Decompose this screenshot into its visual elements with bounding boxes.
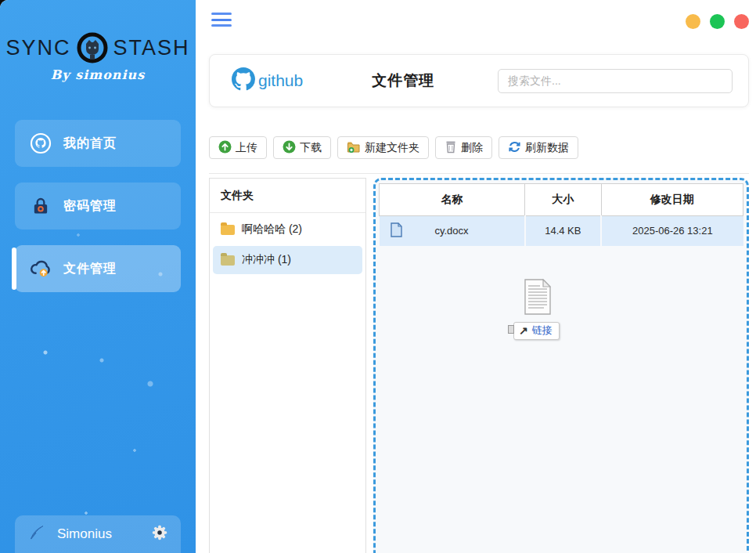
link-label: 链接 <box>532 323 553 338</box>
folder-item-selected[interactable]: 冲冲冲 (1) <box>213 246 362 274</box>
upload-button[interactable]: 上传 <box>209 136 267 159</box>
folder-panel: 文件夹 啊哈哈哈 (2) 冲冲冲 (1) <box>209 178 366 553</box>
hamburger-menu-icon[interactable] <box>211 13 232 27</box>
window-control-maximize[interactable] <box>710 14 725 29</box>
column-header-size[interactable]: 大小 <box>525 184 602 216</box>
cloud-upload-icon <box>29 257 52 280</box>
file-table: 名称 大小 修改日期 cy.docx <box>379 183 743 246</box>
file-modified: 2025-06-26 13:21 <box>601 216 743 246</box>
sidebar-item-label: 我的首页 <box>63 136 117 152</box>
toolbar-separator <box>209 173 749 174</box>
gear-icon[interactable] <box>151 524 168 544</box>
quill-icon <box>27 523 46 545</box>
sidebar-item-passwords[interactable]: 密码管理 <box>15 183 181 230</box>
window-control-close[interactable] <box>734 14 749 29</box>
folder-icon <box>221 225 235 235</box>
new-folder-label: 新建文件夹 <box>365 141 419 155</box>
sidebar-nav: 我的首页 密码管理 <box>0 120 196 292</box>
window-controls <box>686 13 749 29</box>
page-header: github 文件管理 <box>209 54 749 107</box>
new-folder-button[interactable]: 新建文件夹 <box>337 136 429 159</box>
sidebar-item-label: 文件管理 <box>63 261 117 277</box>
user-card[interactable]: Simonius <box>15 515 181 553</box>
drag-link-badge: ↗ 链接 <box>513 322 560 340</box>
content-area: 文件夹 啊哈哈哈 (2) 冲冲冲 (1) 名称 大小 <box>209 178 749 553</box>
new-folder-icon <box>347 140 361 156</box>
app-window: SYNC STASH By simonius <box>0 0 756 553</box>
logo-word-sync: SYNC <box>5 36 70 60</box>
file-size: 14.4 KB <box>525 216 602 246</box>
download-label: 下载 <box>300 141 322 155</box>
file-dropzone[interactable]: 名称 大小 修改日期 cy.docx <box>373 178 749 553</box>
brand-label: github <box>258 71 303 90</box>
link-arrow-icon: ↗ <box>519 325 528 336</box>
logo-byline: By simonius <box>8 67 188 82</box>
cat-logo-icon <box>76 31 109 64</box>
logo-word-stash: STASH <box>113 36 190 60</box>
refresh-button[interactable]: 刷新数据 <box>499 136 578 159</box>
octocat-icon <box>29 132 52 155</box>
window-control-minimize[interactable] <box>686 14 700 29</box>
folder-item[interactable]: 啊哈哈哈 (2) <box>213 215 362 244</box>
file-row[interactable]: cy.docx 14.4 KB 2025-06-26 13:21 <box>380 216 743 246</box>
folder-panel-title: 文件夹 <box>210 179 365 213</box>
column-header-name[interactable]: 名称 <box>380 184 525 216</box>
app-logo: SYNC STASH By simonius <box>0 0 196 82</box>
folder-icon <box>221 255 235 266</box>
upload-icon <box>218 140 232 156</box>
file-name: cy.docx <box>434 225 468 237</box>
main-area: github 文件管理 上传 下载 新建文件夹 <box>196 0 756 553</box>
user-name: Simonius <box>57 526 140 542</box>
top-bar <box>209 0 749 54</box>
github-icon <box>232 67 255 94</box>
trash-icon <box>445 140 457 156</box>
sidebar: SYNC STASH By simonius <box>0 0 196 553</box>
delete-label: 删除 <box>461 141 483 155</box>
page-title: 文件管理 <box>372 70 434 91</box>
sidebar-item-files[interactable]: 文件管理 <box>15 245 181 292</box>
brand: github <box>232 67 303 94</box>
file-icon <box>391 222 402 240</box>
refresh-label: 刷新数据 <box>525 141 569 155</box>
column-header-modified[interactable]: 修改日期 <box>601 184 743 216</box>
download-icon <box>283 140 296 156</box>
lock-icon <box>29 194 52 218</box>
mini-doc-icon <box>508 325 514 334</box>
toolbar: 上传 下载 新建文件夹 删除 <box>209 136 749 159</box>
delete-button[interactable]: 删除 <box>435 136 492 159</box>
drag-ghost: ↗ 链接 <box>513 279 584 340</box>
upload-label: 上传 <box>236 141 257 155</box>
folder-name: 啊哈哈哈 (2) <box>242 222 302 237</box>
sidebar-item-label: 密码管理 <box>63 198 117 215</box>
sidebar-item-home[interactable]: 我的首页 <box>15 120 181 167</box>
document-preview-icon <box>524 279 584 318</box>
refresh-icon <box>508 140 521 156</box>
search-input[interactable] <box>498 69 733 93</box>
folder-name: 冲冲冲 (1) <box>242 253 291 267</box>
download-button[interactable]: 下载 <box>273 136 331 159</box>
